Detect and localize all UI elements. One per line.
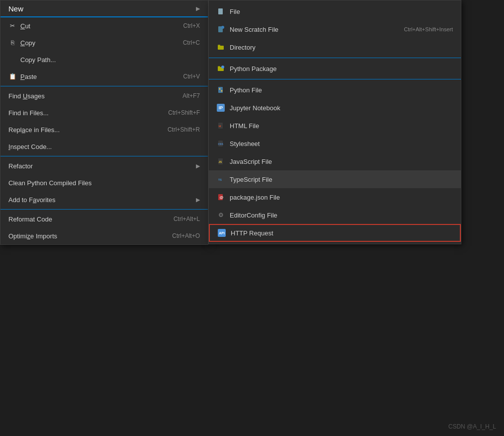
submenu-item-file[interactable]: File xyxy=(209,2,461,20)
menu-item-new[interactable]: New ▶ xyxy=(0,0,208,17)
package-json-label: package.json File xyxy=(230,194,280,201)
cut-label: Cut xyxy=(20,22,30,30)
submenu-item-python-file[interactable]: Python File xyxy=(209,81,461,99)
menu-item-refactor[interactable]: Refactor ▶ xyxy=(0,157,208,174)
svg-point-2 xyxy=(221,26,224,29)
new-arrow: ▶ xyxy=(196,5,200,12)
svg-point-7 xyxy=(221,66,224,69)
submenu-item-html[interactable]: H HTML File xyxy=(209,117,461,135)
scratch-icon xyxy=(217,25,225,33)
replace-in-files-label: Replace in Files... xyxy=(8,126,60,134)
menu-item-replace-in-files[interactable]: Replace in Files... Ctrl+Shift+R xyxy=(0,121,208,138)
stylesheet-icon: CSS xyxy=(217,140,225,147)
http-request-icon: API xyxy=(218,229,226,237)
svg-rect-6 xyxy=(218,66,220,68)
submenu-item-directory[interactable]: Directory xyxy=(209,38,461,56)
submenu-item-scratch[interactable]: New Scratch File Ctrl+Alt+Shift+Insert xyxy=(209,20,461,38)
svg-point-10 xyxy=(221,90,223,92)
file-label: File xyxy=(230,8,240,15)
typescript-icon: TS xyxy=(217,175,225,183)
reformat-code-label: Reformat Code xyxy=(8,216,52,223)
cut-icon: ✂ xyxy=(8,22,16,30)
submenu-item-javascript[interactable]: JS JavaScript File xyxy=(209,152,461,170)
menu-item-optimize-imports[interactable]: Optimize Imports Ctrl+Alt+O xyxy=(0,227,208,244)
menu-item-reformat-code[interactable]: Reformat Code Ctrl+Alt+L xyxy=(0,211,208,227)
add-favorites-label: Add to Favorites xyxy=(8,196,56,204)
svg-rect-4 xyxy=(218,45,220,46)
optimize-imports-shortcut: Ctrl+Alt+O xyxy=(172,232,200,239)
clean-python-label: Clean Python Compiled Files xyxy=(8,179,92,187)
menu-item-add-favorites[interactable]: Add to Favorites ▶ xyxy=(0,191,208,208)
copy-label: Copy xyxy=(20,39,35,47)
python-package-icon xyxy=(217,65,225,73)
python-package-label: Python Package xyxy=(230,65,277,73)
svg-text:H: H xyxy=(219,125,221,128)
jupyter-label: Jupyter Notebook xyxy=(230,104,280,112)
find-usages-shortcut: Alt+F7 xyxy=(183,92,200,99)
new-label: New xyxy=(8,4,23,13)
typescript-label: TypeScript File xyxy=(230,176,272,183)
svg-rect-3 xyxy=(218,46,224,50)
divider-3 xyxy=(0,209,208,210)
optimize-imports-label: Optimize Imports xyxy=(8,232,57,240)
add-favorites-arrow: ▶ xyxy=(196,197,200,203)
find-in-files-label: Find in Files... xyxy=(8,109,49,117)
svg-rect-8 xyxy=(218,87,223,93)
replace-in-files-shortcut: Ctrl+Shift+R xyxy=(168,126,200,133)
refactor-label: Refactor xyxy=(8,162,33,170)
refactor-arrow: ▶ xyxy=(196,163,200,169)
menu-item-find-usages[interactable]: Find Usages Alt+F7 xyxy=(0,87,208,104)
scratch-label: New Scratch File xyxy=(230,26,278,33)
submenu-item-package-json[interactable]: @ package.json File xyxy=(209,188,461,206)
menu-item-find-in-files[interactable]: Find in Files... Ctrl+Shift+F xyxy=(0,104,208,121)
submenu-item-editorconfig[interactable]: ⚙ EditorConfig File xyxy=(209,206,461,224)
paste-icon: 📋 xyxy=(8,73,16,80)
inspect-code-label: Inspect Code... xyxy=(8,143,52,150)
editorconfig-icon: ⚙ xyxy=(217,211,225,219)
editorconfig-label: EditorConfig File xyxy=(230,212,277,219)
submenu-item-http-request[interactable]: API HTTP Request xyxy=(209,224,461,242)
package-json-icon: @ xyxy=(217,193,225,201)
submenu-item-stylesheet[interactable]: CSS Stylesheet xyxy=(209,135,461,152)
python-file-icon xyxy=(217,86,225,94)
copy-path-label: Copy Path... xyxy=(20,56,56,64)
left-context-menu: New ▶ ✂ Cut Ctrl+X ⎘ Copy Ctrl+C Copy Pa… xyxy=(0,0,208,245)
menu-item-copy-path[interactable]: Copy Path... xyxy=(0,51,208,68)
submenu-item-jupyter[interactable]: IP Jupyter Notebook xyxy=(209,99,461,117)
svg-text:CSS: CSS xyxy=(218,143,224,145)
jupyter-icon: IP xyxy=(217,104,225,112)
html-icon: H xyxy=(217,122,225,130)
submenu-item-python-package[interactable]: Python Package xyxy=(209,60,461,77)
menu-item-clean-python[interactable]: Clean Python Compiled Files xyxy=(0,174,208,191)
python-file-label: Python File xyxy=(230,86,262,94)
submenu-divider-1 xyxy=(209,58,461,58)
svg-point-9 xyxy=(219,88,221,90)
divider-2 xyxy=(0,156,208,156)
reformat-code-shortcut: Ctrl+Alt+L xyxy=(174,216,200,222)
submenu-item-typescript[interactable]: TS TypeScript File xyxy=(209,170,461,188)
copy-shortcut: Ctrl+C xyxy=(183,39,200,46)
svg-text:JS: JS xyxy=(219,160,222,163)
find-in-files-shortcut: Ctrl+Shift+F xyxy=(168,109,200,116)
svg-text:@: @ xyxy=(220,195,224,200)
http-request-label: HTTP Request xyxy=(231,229,273,237)
menu-item-inspect-code[interactable]: Inspect Code... xyxy=(0,138,208,155)
html-label: HTML File xyxy=(230,122,259,130)
svg-text:TS: TS xyxy=(218,178,222,181)
submenu-divider-2 xyxy=(209,79,461,79)
stylesheet-label: Stylesheet xyxy=(230,140,260,147)
paste-shortcut: Ctrl+V xyxy=(183,73,200,80)
copy-icon: ⎘ xyxy=(8,39,16,47)
paste-label: Paste xyxy=(20,73,37,80)
menu-item-copy[interactable]: ⎘ Copy Ctrl+C xyxy=(0,34,208,51)
cut-shortcut: Ctrl+X xyxy=(183,22,200,29)
watermark-text: CSDN @A_I_H_L xyxy=(448,423,496,430)
menu-item-paste[interactable]: 📋 Paste Ctrl+V xyxy=(0,68,208,85)
file-icon xyxy=(217,7,225,15)
directory-icon xyxy=(217,43,225,51)
javascript-label: JavaScript File xyxy=(230,158,272,165)
divider-1 xyxy=(0,86,208,86)
menu-item-cut[interactable]: ✂ Cut Ctrl+X xyxy=(0,17,208,34)
javascript-icon: JS xyxy=(217,157,225,165)
right-submenu: File New Scratch File Ctrl+Alt+Shift+Ins… xyxy=(208,0,461,244)
